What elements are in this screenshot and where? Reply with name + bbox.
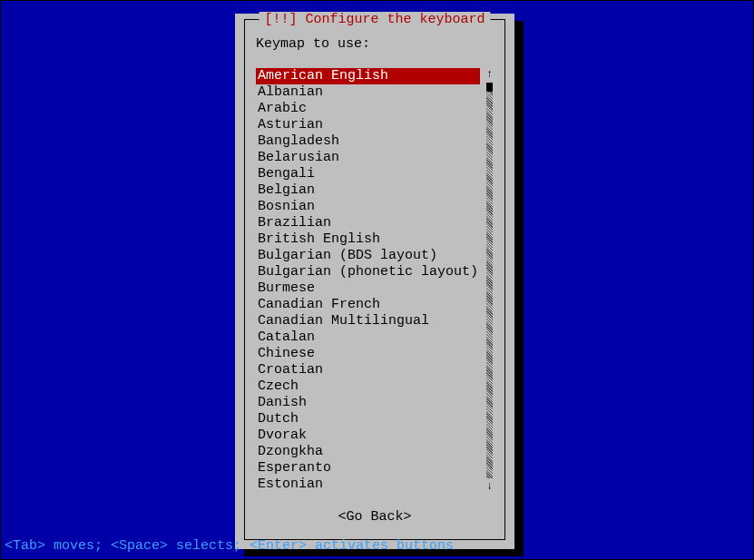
keymap-list-area: American EnglishAlbanianArabicAsturianBa… [256, 68, 494, 493]
scrollbar[interactable]: ↑ ↓ [485, 68, 494, 493]
list-item[interactable]: Asturian [256, 117, 480, 133]
keymap-list[interactable]: American EnglishAlbanianArabicAsturianBa… [256, 68, 480, 493]
dialog-title: [!!] Configure the keyboard [259, 12, 490, 27]
list-item[interactable]: Bulgarian (BDS layout) [256, 248, 480, 264]
list-item[interactable]: Belarusian [256, 150, 480, 166]
scroll-down-icon[interactable]: ↓ [486, 480, 493, 493]
list-item[interactable]: Albanian [256, 84, 480, 101]
list-item[interactable]: Catalan [256, 329, 480, 346]
scroll-thumb[interactable] [486, 83, 493, 92]
list-item[interactable]: British English [256, 231, 480, 248]
help-bar: <Tab> moves; <Space> selects; <Enter> ac… [5, 538, 454, 554]
list-item[interactable]: Canadian Multilingual [256, 313, 480, 329]
scroll-track[interactable] [486, 83, 493, 478]
list-item[interactable]: Danish [256, 395, 480, 411]
list-item[interactable]: Dutch [256, 411, 480, 427]
dialog: [!!] Configure the keyboard Keymap to us… [235, 14, 514, 549]
list-item[interactable]: Bulgarian (phonetic layout) [256, 264, 480, 280]
list-item[interactable]: Dzongkha [256, 444, 480, 460]
list-item[interactable]: Croatian [256, 362, 480, 378]
list-item[interactable]: Bosnian [256, 199, 480, 215]
scroll-up-icon[interactable]: ↑ [486, 68, 493, 81]
list-item[interactable]: Brazilian [256, 215, 480, 231]
list-item[interactable]: Chinese [256, 346, 480, 362]
list-item[interactable]: Dvorak [256, 427, 480, 444]
list-item[interactable]: Canadian French [256, 297, 480, 313]
go-back-button[interactable]: <Go Back> [256, 509, 494, 525]
list-item[interactable]: Esperanto [256, 460, 480, 476]
list-item[interactable]: American English [256, 68, 480, 84]
list-item[interactable]: Bengali [256, 166, 480, 182]
list-item[interactable]: Estonian [256, 476, 480, 493]
list-item[interactable]: Arabic [256, 101, 480, 117]
list-item[interactable]: Czech [256, 378, 480, 395]
list-item[interactable]: Burmese [256, 280, 480, 297]
dialog-border: [!!] Configure the keyboard Keymap to us… [244, 19, 505, 540]
list-item[interactable]: Bangladesh [256, 133, 480, 150]
list-item[interactable]: Belgian [256, 182, 480, 199]
dialog-prompt: Keymap to use: [256, 36, 494, 52]
